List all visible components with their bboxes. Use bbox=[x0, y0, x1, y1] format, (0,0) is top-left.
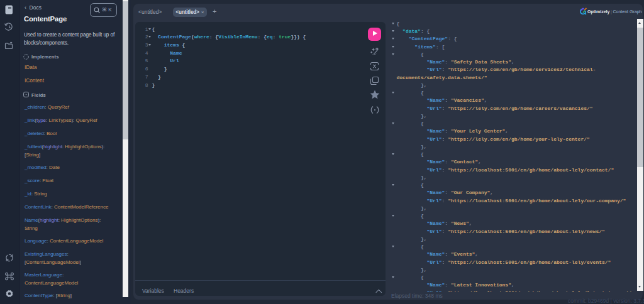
svg-text:|: | bbox=[611, 9, 612, 14]
svg-text:Optimizely: Optimizely bbox=[587, 9, 610, 14]
svg-text:Content Graph: Content Graph bbox=[613, 9, 642, 14]
